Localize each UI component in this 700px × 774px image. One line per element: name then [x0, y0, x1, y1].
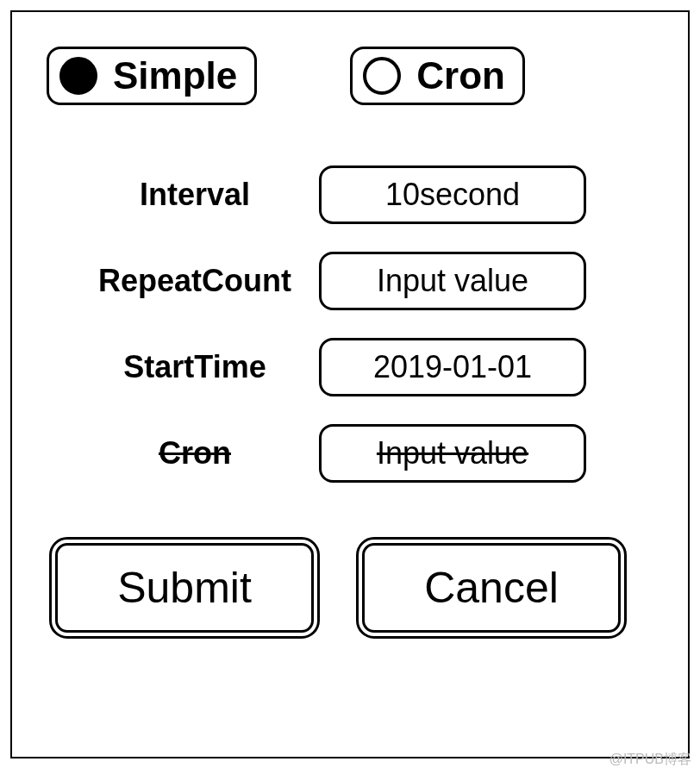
radio-unselected-icon	[363, 57, 401, 95]
radio-group: Simple Cron	[47, 47, 653, 105]
starttime-input[interactable]: 2019-01-01	[319, 338, 586, 396]
radio-selected-icon	[59, 57, 97, 95]
repeatcount-label: RepeatCount	[91, 263, 298, 299]
repeatcount-row: RepeatCount Input value	[91, 252, 653, 310]
cron-row: Cron Input value	[91, 424, 653, 483]
interval-label: Interval	[91, 177, 298, 213]
simple-radio-label: Simple	[113, 54, 237, 97]
dialog-frame: Simple Cron Interval 10second RepeatCoun…	[10, 10, 690, 758]
cancel-button[interactable]: Cancel	[362, 543, 621, 633]
interval-input[interactable]: 10second	[319, 165, 586, 224]
form-fields: Interval 10second RepeatCount Input valu…	[91, 165, 653, 483]
repeatcount-input[interactable]: Input value	[319, 252, 586, 310]
starttime-row: StartTime 2019-01-01	[91, 338, 653, 396]
interval-row: Interval 10second	[91, 165, 653, 224]
simple-radio[interactable]: Simple	[47, 47, 257, 105]
watermark-text: @ITPUB博客	[609, 751, 691, 769]
cron-radio[interactable]: Cron	[350, 47, 525, 105]
cron-radio-label: Cron	[416, 54, 505, 97]
cron-field-input: Input value	[319, 424, 586, 483]
starttime-label: StartTime	[91, 349, 298, 385]
action-buttons: Submit Cancel	[55, 543, 653, 633]
submit-button[interactable]: Submit	[55, 543, 314, 633]
cron-field-label: Cron	[91, 435, 298, 471]
